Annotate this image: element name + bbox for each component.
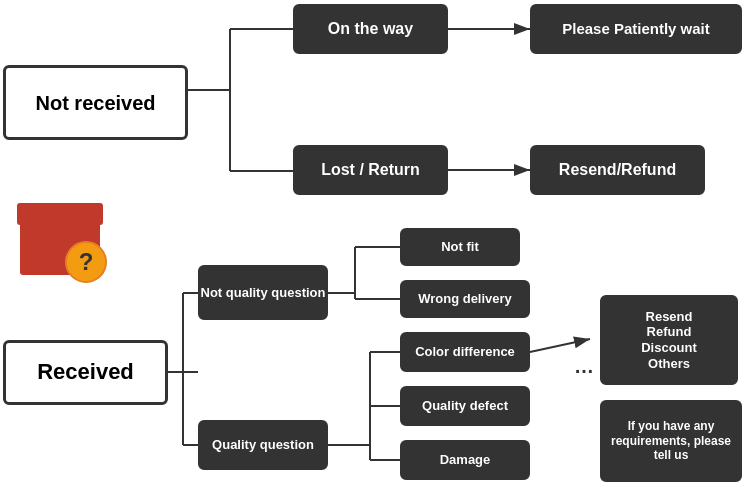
on-the-way-box: On the way — [293, 4, 448, 54]
not-fit-box: Not fit — [400, 228, 520, 266]
please-wait-box: Please Patiently wait — [530, 4, 742, 54]
quality-defect-box: Quality defect — [400, 386, 530, 426]
not-quality-box: Not quality question — [198, 265, 328, 320]
wrong-delivery-box: Wrong delivery — [400, 280, 530, 318]
resend-options-box: Resend Refund Discount Others — [600, 295, 738, 385]
not-received-box: Not received — [3, 65, 188, 140]
svg-line-19 — [530, 339, 590, 352]
ellipsis-dots: … — [574, 355, 596, 378]
question-circle: ? — [65, 241, 107, 283]
resend-refund-top-box: Resend/Refund — [530, 145, 705, 195]
damage-box: Damage — [400, 440, 530, 480]
requirements-box: If you have any requirements, please tel… — [600, 400, 742, 482]
lost-return-box: Lost / Return — [293, 145, 448, 195]
quality-question-box: Quality question — [198, 420, 328, 470]
color-difference-box: Color difference — [400, 332, 530, 372]
gift-icon: ? — [10, 175, 120, 285]
received-box: Received — [3, 340, 168, 405]
diagram: Not received On the way Please Patiently… — [0, 0, 750, 500]
